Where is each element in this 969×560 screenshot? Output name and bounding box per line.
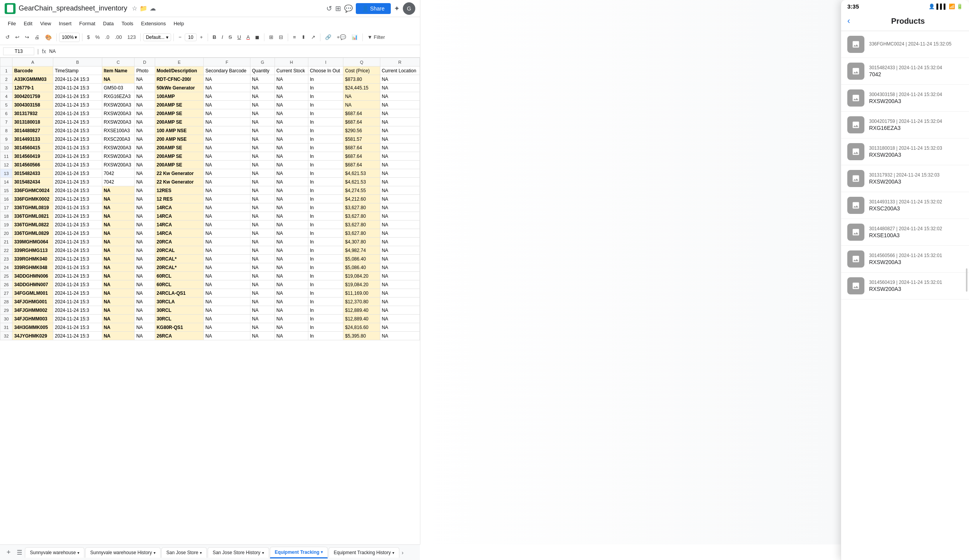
- toolbar-text-rotate[interactable]: ↗: [309, 33, 318, 42]
- cell-itemname[interactable]: RXSE100A3: [102, 126, 135, 135]
- toolbar-history[interactable]: ↺: [3, 33, 12, 42]
- cell-itemname[interactable]: NA: [102, 195, 135, 203]
- table-row[interactable]: 28 34FJGHMG001 2024-11-24 15:3 NA NA 30R…: [0, 298, 420, 306]
- table-row[interactable]: 25 34DDGHMN006 2024-11-24 15:3 NA NA 60R…: [0, 272, 420, 280]
- magic-icon[interactable]: ✦: [394, 4, 400, 13]
- cell-cost[interactable]: $4,307.80: [343, 238, 380, 246]
- cell-inout[interactable]: In: [308, 84, 343, 92]
- cell-timestamp[interactable]: 2024-11-24 15:3: [53, 186, 102, 195]
- cell-quantity[interactable]: NA: [250, 323, 275, 332]
- cell-inout[interactable]: In: [308, 315, 343, 323]
- table-row[interactable]: 19 336TGHML0822 2024-11-24 15:3 NA NA 14…: [0, 220, 420, 229]
- cell-model[interactable]: 200AMP SE: [155, 152, 204, 161]
- cell-barcode[interactable]: 3013180018: [12, 118, 53, 126]
- cell-inout[interactable]: In: [308, 238, 343, 246]
- cell-inout[interactable]: In: [308, 109, 343, 118]
- cell-location[interactable]: NA: [380, 75, 420, 84]
- cell-timestamp[interactable]: 2024-11-24 15:3: [53, 315, 102, 323]
- table-row[interactable]: 7 3013180018 2024-11-24 15:3 RXSW200A3 N…: [0, 118, 420, 126]
- cell-itemname[interactable]: RXG16EZA3: [102, 92, 135, 101]
- cell-secondary[interactable]: NA: [204, 92, 250, 101]
- cell-photo[interactable]: NA: [135, 306, 155, 315]
- cell-timestamp[interactable]: 2024-11-24 15:3: [53, 152, 102, 161]
- cell-barcode[interactable]: 301317932: [12, 109, 53, 118]
- table-row[interactable]: 15 336FGHMC0024 2024-11-24 15:3 NA NA 12…: [0, 186, 420, 195]
- toolbar-filter[interactable]: ▼ Filter: [365, 33, 387, 42]
- cell-barcode[interactable]: 339RGHMK048: [12, 263, 53, 272]
- table-row[interactable]: 6 301317932 2024-11-24 15:3 RXSW200A3 NA…: [0, 109, 420, 118]
- cell-quantity[interactable]: NA: [250, 289, 275, 298]
- cell-location[interactable]: NA: [380, 323, 420, 332]
- cell-quantity[interactable]: NA: [250, 109, 275, 118]
- cell-photo[interactable]: NA: [135, 280, 155, 289]
- cell-stock[interactable]: NA: [275, 332, 308, 340]
- cell-photo[interactable]: NA: [135, 195, 155, 203]
- cell-model[interactable]: 200AMP SE: [155, 144, 204, 152]
- cell-stock[interactable]: NA: [275, 272, 308, 280]
- product-list-item[interactable]: 3014560419 | 2024-11-24 15:32:01 RXSW200…: [841, 273, 969, 299]
- cell-secondary[interactable]: NA: [204, 238, 250, 246]
- cell-location[interactable]: NA: [380, 238, 420, 246]
- cell-timestamp[interactable]: 2024-11-24 15:3: [53, 92, 102, 101]
- toolbar-bold[interactable]: B: [210, 33, 219, 42]
- cell-quantity[interactable]: NA: [250, 118, 275, 126]
- cell-cost[interactable]: $5,395.80: [343, 332, 380, 340]
- cell-quantity[interactable]: NA: [250, 152, 275, 161]
- cell-barcode[interactable]: 339RGHMG113: [12, 246, 53, 255]
- cell-location[interactable]: NA: [380, 126, 420, 135]
- cell-barcode[interactable]: 3015482434: [12, 178, 53, 186]
- toolbar-decimal-dec[interactable]: .0: [103, 33, 112, 42]
- cell-photo[interactable]: NA: [135, 186, 155, 195]
- tab-equipment-tracking[interactable]: Equipment Tracking ▾: [270, 547, 328, 558]
- cell-inout[interactable]: In: [308, 195, 343, 203]
- cell-cost[interactable]: $687.64: [343, 144, 380, 152]
- cell-cost[interactable]: $687.64: [343, 152, 380, 161]
- cell-itemname[interactable]: NA: [102, 246, 135, 255]
- header-model[interactable]: Model/Description: [155, 66, 204, 75]
- cell-location[interactable]: NA: [380, 92, 420, 101]
- cell-itemname[interactable]: NA: [102, 323, 135, 332]
- sheets-menu-button[interactable]: ☰: [14, 547, 25, 558]
- table-row[interactable]: 30 34FJGHMM003 2024-11-24 15:3 NA NA 30R…: [0, 315, 420, 323]
- cell-cost[interactable]: $873.80: [343, 75, 380, 84]
- cell-location[interactable]: NA: [380, 246, 420, 255]
- cell-timestamp[interactable]: 2024-11-24 15:3: [53, 306, 102, 315]
- zoom-control[interactable]: 100% ▾: [59, 33, 80, 42]
- toolbar-font-size-dec[interactable]: −: [176, 33, 184, 42]
- table-row[interactable]: 11 3014560419 2024-11-24 15:3 RXSW200A3 …: [0, 152, 420, 161]
- menu-file[interactable]: File: [5, 19, 19, 28]
- cell-location[interactable]: NA: [380, 298, 420, 306]
- toolbar-format-number[interactable]: 123: [125, 33, 138, 42]
- cell-model[interactable]: 200 AMP NSE: [155, 135, 204, 144]
- toolbar-strikethrough[interactable]: S: [226, 33, 234, 42]
- cell-photo[interactable]: NA: [135, 161, 155, 169]
- cell-location[interactable]: NA: [380, 101, 420, 109]
- comment-icon[interactable]: 💬: [344, 4, 353, 13]
- cell-itemname[interactable]: RXSW200A3: [102, 118, 135, 126]
- table-row[interactable]: 22 339RGHMG113 2024-11-24 15:3 NA NA 20R…: [0, 246, 420, 255]
- cell-secondary[interactable]: NA: [204, 109, 250, 118]
- cell-photo[interactable]: NA: [135, 298, 155, 306]
- cell-stock[interactable]: NA: [275, 161, 308, 169]
- cell-timestamp[interactable]: 2024-11-24 15:3: [53, 238, 102, 246]
- cell-model[interactable]: 12RES: [155, 186, 204, 195]
- cell-itemname[interactable]: RXSW200A3: [102, 152, 135, 161]
- cell-stock[interactable]: NA: [275, 229, 308, 238]
- cell-cost[interactable]: $4,621.53: [343, 169, 380, 178]
- cell-cost[interactable]: $19,084.20: [343, 280, 380, 289]
- cell-inout[interactable]: In: [308, 332, 343, 340]
- cell-model[interactable]: 200AMP SE: [155, 118, 204, 126]
- table-row[interactable]: 31 34H3GMMK005 2024-11-24 15:3 NA NA KG8…: [0, 323, 420, 332]
- cell-cost[interactable]: $12,889.40: [343, 306, 380, 315]
- cell-cost[interactable]: $19,084.20: [343, 272, 380, 280]
- cell-secondary[interactable]: NA: [204, 280, 250, 289]
- cell-photo[interactable]: NA: [135, 75, 155, 84]
- cell-quantity[interactable]: NA: [250, 84, 275, 92]
- cell-secondary[interactable]: NA: [204, 203, 250, 212]
- cell-itemname[interactable]: RXSW200A3: [102, 144, 135, 152]
- cell-timestamp[interactable]: 2024-11-24 15:3: [53, 203, 102, 212]
- cell-barcode[interactable]: 3004201759: [12, 92, 53, 101]
- cell-barcode[interactable]: 3015482433: [12, 169, 53, 178]
- cell-quantity[interactable]: NA: [250, 101, 275, 109]
- col-header-Q[interactable]: Q: [343, 58, 380, 66]
